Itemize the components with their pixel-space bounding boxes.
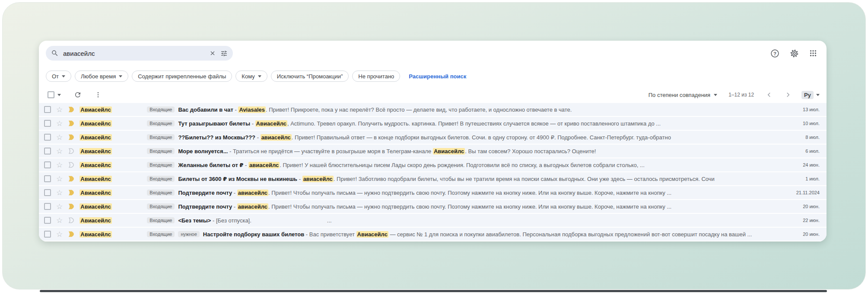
star-icon[interactable]: ☆ [56, 189, 63, 196]
sender-name: Авиасейлс [79, 120, 143, 127]
more-vert-icon [95, 91, 102, 98]
label-chip[interactable]: Входящие [147, 190, 175, 196]
clear-search-button[interactable] [209, 50, 216, 57]
label-chip[interactable]: Входящие [147, 106, 175, 113]
search-icon [51, 49, 59, 57]
row-checkbox[interactable] [44, 203, 51, 210]
highlighted-term: авиасейлс [237, 203, 268, 210]
label-chip[interactable]: Входящие [147, 134, 175, 140]
help-button[interactable]: ? [770, 49, 779, 58]
chip-from[interactable]: От [46, 71, 71, 82]
subject-text: Вас добавили в чат [178, 106, 233, 113]
importance-marker-icon[interactable] [67, 216, 75, 224]
label-chip[interactable]: Входящие [147, 176, 175, 182]
highlighted-term: авиасейлс [261, 134, 292, 141]
row-checkbox[interactable] [44, 134, 51, 141]
email-row[interactable]: ☆АвиасейлсВходящиеМоре волнуется... - Тр… [39, 145, 827, 158]
select-all-checkbox[interactable] [48, 91, 54, 98]
row-checkbox[interactable] [44, 217, 51, 224]
email-row[interactable]: ☆АвиасейлсВходящиенужноеНастройте подбор… [39, 228, 827, 241]
header-icons: ? [770, 49, 819, 58]
star-icon[interactable]: ☆ [56, 231, 63, 238]
subject-snippet-separator: - [250, 120, 255, 127]
importance-marker-icon[interactable] [67, 189, 75, 196]
importance-marker-icon[interactable] [67, 203, 75, 210]
star-icon[interactable]: ☆ [56, 217, 63, 224]
importance-marker-icon[interactable] [67, 175, 75, 183]
star-icon[interactable]: ☆ [56, 203, 63, 210]
email-row[interactable]: ☆АвиасейлсВходящиеТут разыгрывают билеты… [39, 117, 827, 131]
label-chip[interactable]: Входящие [147, 231, 175, 237]
input-tools-button[interactable]: Ру [801, 91, 820, 99]
more-options-button[interactable] [95, 91, 102, 98]
row-checkbox[interactable] [44, 161, 51, 168]
label-chip[interactable]: Входящие [147, 148, 175, 154]
label-chip[interactable]: Входящие [147, 217, 175, 223]
prev-page-button[interactable] [765, 91, 773, 99]
star-icon[interactable]: ☆ [56, 161, 63, 169]
snippet-text: . Привет! Чтобы получать письма — нужно … [268, 203, 671, 210]
select-dropdown-icon[interactable] [57, 94, 61, 96]
importance-marker-icon[interactable] [67, 133, 75, 141]
subject-snippet: ВходящиеПодтвердите почту - авиасейлс. П… [147, 190, 780, 196]
importance-marker-icon[interactable] [67, 106, 75, 113]
advanced-search-link[interactable]: Расширенный поиск [409, 73, 466, 80]
star-icon[interactable]: ☆ [56, 175, 63, 183]
row-checkbox[interactable] [44, 231, 51, 238]
sender-name: Авиасейлс [79, 190, 143, 196]
refresh-button[interactable] [74, 91, 82, 99]
chevron-down-icon [714, 94, 717, 96]
sender-name: Авиасейлс [79, 217, 143, 224]
chip-has-attachment[interactable]: Содержит прикрепленные файлы [132, 71, 232, 82]
label-chip[interactable]: Входящие [147, 203, 175, 209]
email-row[interactable]: ☆АвиасейлсВходящие<Без темы> - [Без отпу… [39, 214, 827, 228]
sender-highlight: Авиасейлс [79, 231, 111, 238]
label-chip[interactable]: нужное [178, 231, 199, 237]
search-bar[interactable] [46, 46, 233, 61]
subject-snippet: ВходящиеМоре волнуется... - Тратиться не… [147, 148, 780, 155]
close-icon [209, 50, 216, 57]
email-date: 21.11.2024 [786, 190, 820, 195]
chip-any-time[interactable]: Любое время [75, 71, 128, 82]
label-chip[interactable]: Входящие [147, 120, 175, 126]
star-icon[interactable]: ☆ [56, 134, 63, 141]
snippet-text: . Привет! Прикроете, пока у нас перелёт?… [266, 106, 572, 113]
search-options-button[interactable] [220, 50, 228, 57]
subject-snippet-separator: - [255, 134, 261, 141]
star-icon[interactable]: ☆ [56, 106, 63, 113]
sort-by-button[interactable]: По степени совпадения [649, 92, 717, 98]
email-row[interactable]: ☆АвиасейлсВходящиеБилеты от 3600 ₽ из Мо… [39, 172, 827, 186]
row-checkbox[interactable] [44, 175, 51, 182]
row-checkbox[interactable] [44, 120, 51, 127]
email-date: 13 июл. [786, 107, 820, 112]
importance-marker-icon[interactable] [67, 230, 75, 238]
chip-to[interactable]: Кому [235, 71, 267, 82]
row-checkbox[interactable] [44, 106, 51, 113]
importance-marker-icon[interactable] [67, 147, 75, 155]
importance-marker-icon[interactable] [67, 161, 75, 169]
email-row[interactable]: ☆АвиасейлсВходящиеЖеланные билеты от ₽ -… [39, 158, 827, 172]
next-page-button[interactable] [784, 91, 792, 99]
chip-exclude-promotions[interactable]: Исключить “Промоакции” [271, 71, 349, 82]
chip-unread[interactable]: Не прочитано [352, 71, 400, 82]
sort-by-label: По степени совпадения [649, 92, 710, 98]
importance-marker-icon[interactable] [67, 119, 75, 127]
snippet-text: . Привет! Чтобы получать письма — нужно … [268, 190, 671, 196]
snippet-text: , Actimuno. Тревел оракул. Получить мудр… [287, 120, 661, 127]
apps-button[interactable] [809, 49, 817, 57]
row-checkbox[interactable] [44, 189, 51, 196]
row-checkbox[interactable] [44, 148, 51, 155]
star-icon[interactable]: ☆ [56, 120, 63, 127]
email-row[interactable]: ☆АвиасейлсВходящиеВас добавили в чат - A… [39, 103, 827, 117]
settings-button[interactable] [790, 49, 799, 58]
email-row[interactable]: ☆АвиасейлсВходящиеПодтвердите почту - ав… [39, 200, 827, 214]
label-chip[interactable]: Входящие [147, 162, 175, 168]
star-icon[interactable]: ☆ [56, 148, 63, 155]
subject-snippet: ВходящиеЖеланные билеты от ₽ - авиасейлс… [147, 162, 780, 168]
search-input[interactable] [63, 50, 205, 57]
email-row[interactable]: ☆АвиасейлсВходящие??Билеты?? из Москвы??… [39, 131, 827, 145]
subject-snippet-separator: - [232, 190, 237, 196]
sender-name: Авиасейлс [79, 203, 143, 210]
email-row[interactable]: ☆АвиасейлсВходящиеПодтвердите почту - ав… [39, 186, 827, 200]
subject-text: Билеты от 3600 ₽ из Москвы не выкинешь [178, 176, 297, 182]
